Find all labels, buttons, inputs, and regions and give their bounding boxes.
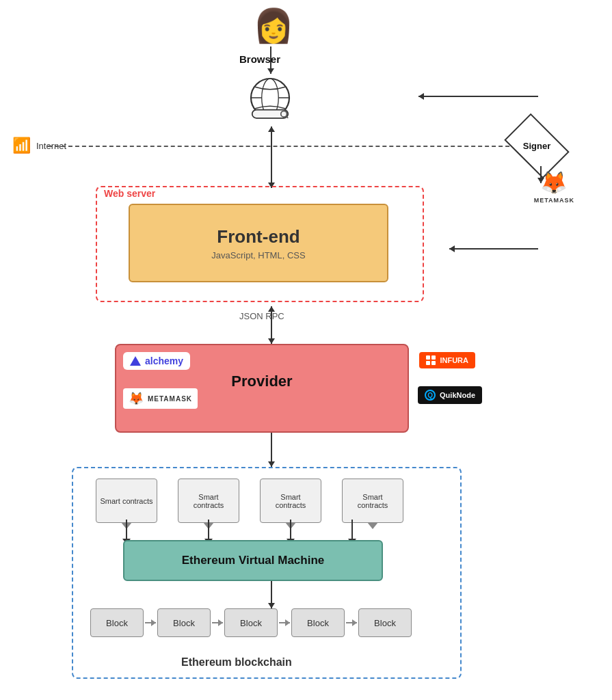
evm-label: Ethereum Virtual Machine	[182, 554, 324, 567]
provider-title: Provider	[231, 373, 292, 390]
infura-label: INFURA	[440, 356, 468, 364]
frontend-title: Front-end	[217, 226, 300, 247]
block-connector-1	[145, 622, 156, 623]
frontend-subtitle: JavaScript, HTML, CSS	[211, 250, 305, 260]
block-2: Block	[157, 608, 211, 637]
quiknode-label: QuikNode	[440, 391, 475, 399]
quiknode-q-icon: Q	[425, 390, 436, 401]
smart-contracts-row: Smart contracts Smartcontracts Smartcont…	[96, 479, 403, 523]
smart-contract-label-4: Smartcontracts	[358, 493, 388, 509]
blocks-row: Block Block Block Block Block	[89, 608, 413, 637]
arrow-provider-blockchain	[271, 433, 272, 467]
metamask-fox-provider-icon: 🦊	[129, 391, 144, 406]
internet-dotted-line	[48, 146, 544, 147]
alchemy-logo: alchemy	[123, 352, 190, 370]
browser-label: Browser	[239, 53, 280, 65]
smart-contract-4: Smartcontracts	[342, 479, 403, 523]
block-connector-4	[346, 622, 357, 623]
evm-box: Ethereum Virtual Machine	[123, 540, 383, 581]
blockchain-label: Ethereum blockchain	[181, 656, 292, 669]
block-5: Block	[358, 608, 412, 637]
webserver-label: Web server	[104, 188, 155, 199]
metamask-provider-label: METAMASK	[148, 395, 192, 403]
smart-contract-3: Smartcontracts	[260, 479, 321, 523]
block-connector-2	[212, 622, 223, 623]
smart-contract-label-2: Smartcontracts	[194, 493, 224, 509]
metamask-provider-logo: 🦊 METAMASK	[123, 388, 198, 409]
architecture-diagram: 👩 Browser 📶 Internet Signer	[0, 0, 612, 700]
block-1: Block	[90, 608, 144, 637]
signer-label: Signer	[523, 141, 550, 151]
person-icon: 👩	[253, 7, 294, 45]
alchemy-label: alchemy	[145, 355, 183, 366]
smart-contract-2: Smartcontracts	[178, 479, 239, 523]
wifi-icon: 📶	[12, 137, 31, 154]
signer-box: Signer	[506, 125, 568, 166]
smart-contract-label-1: Smart contracts	[100, 497, 152, 505]
smart-contract-label-3: Smartcontracts	[276, 493, 306, 509]
json-rpc-label: JSON RPC	[239, 311, 284, 321]
smart-contract-1: Smart contracts	[96, 479, 157, 523]
infura-logo: INFURA	[419, 352, 475, 368]
arrow-frontend-provider	[271, 306, 272, 344]
frontend-box: Front-end JavaScript, HTML, CSS	[129, 204, 388, 282]
metamask-signer-label: METAMASK	[534, 197, 574, 204]
metamask-signer: 🦊 METAMASK	[534, 170, 574, 204]
metamask-fox-icon: 🦊	[540, 170, 568, 196]
quiknode-logo: Q QuikNode	[418, 386, 482, 404]
block-connector-3	[279, 622, 290, 623]
arrow-browser-frontend	[271, 126, 272, 188]
arrow-evm-blocks	[271, 581, 272, 608]
block-3: Block	[224, 608, 278, 637]
arrow-metamask-frontend	[449, 248, 538, 250]
browser-icon	[232, 74, 308, 122]
block-4: Block	[291, 608, 345, 637]
infura-grid-icon	[426, 355, 436, 365]
alchemy-triangle-icon	[130, 356, 141, 366]
arrow-signer-browser	[418, 96, 538, 97]
